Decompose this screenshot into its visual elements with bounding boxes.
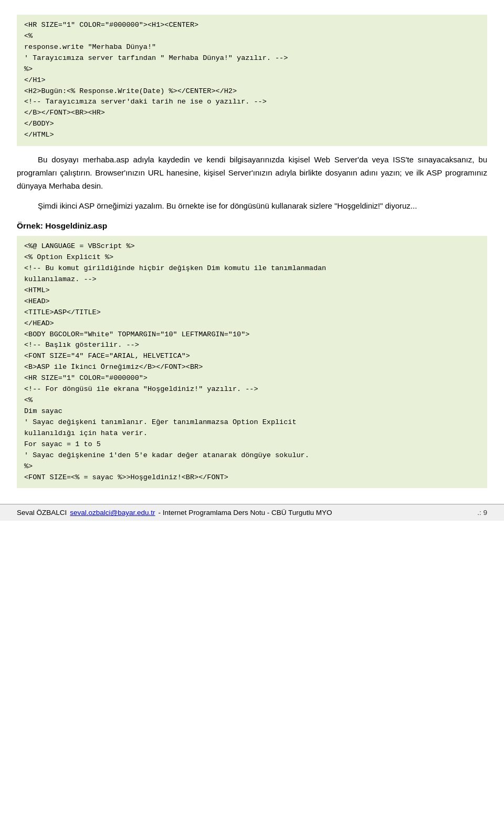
footer-author: Seval ÖZBALCI (17, 509, 67, 517)
footer-left: Seval ÖZBALCI seval.ozbalci@bayar.edu.tr… (17, 509, 332, 517)
code-block-2: <%@ LANGUAGE = VBScript %> <% Option Exp… (17, 236, 487, 488)
footer: Seval ÖZBALCI seval.ozbalci@bayar.edu.tr… (0, 504, 504, 521)
example-heading: Örnek: Hosgeldiniz.asp (17, 221, 487, 231)
footer-separator: - Internet Programlama Ders Notu - CBÜ T… (159, 509, 332, 517)
footer-email[interactable]: seval.ozbalci@bayar.edu.tr (70, 509, 155, 517)
code-block-1: <HR SIZE="1" COLOR="#000000"><H1><CENTER… (17, 15, 487, 146)
footer-page: .: 9 (477, 509, 487, 517)
paragraph-2: Şimdi ikinci ASP örneğimizi yazalım. Bu … (17, 200, 487, 213)
main-content: <HR SIZE="1" COLOR="#000000"><H1><CENTER… (0, 0, 504, 499)
paragraph-1: Bu dosyayı merhaba.asp adıyla kaydedin v… (17, 153, 487, 192)
